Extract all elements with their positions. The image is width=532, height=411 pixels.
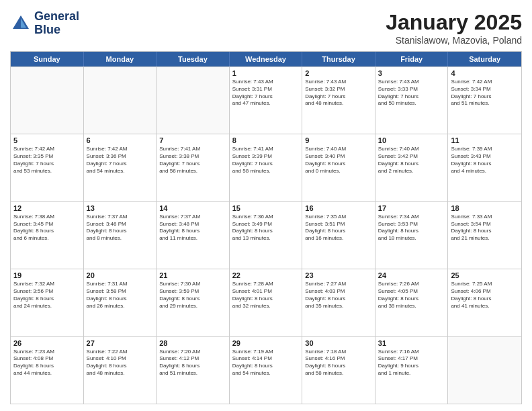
day-cell-25: 25Sunrise: 7:25 AM Sunset: 4:06 PM Dayli… [448,269,521,336]
day-cell-18: 18Sunrise: 7:33 AM Sunset: 3:54 PM Dayli… [448,202,521,269]
day-number: 27 [87,339,154,347]
day-cell-23: 23Sunrise: 7:27 AM Sunset: 4:03 PM Dayli… [302,269,375,336]
day-cell-22: 22Sunrise: 7:28 AM Sunset: 4:01 PM Dayli… [230,269,303,336]
day-cell-10: 10Sunrise: 7:40 AM Sunset: 3:42 PM Dayli… [375,134,449,201]
week-row-2: 5Sunrise: 7:42 AM Sunset: 3:35 PM Daylig… [11,134,521,201]
week-row-5: 26Sunrise: 7:23 AM Sunset: 4:08 PM Dayli… [11,336,521,404]
day-number: 3 [378,69,445,77]
logo-line1: General [34,10,79,24]
day-cell-11: 11Sunrise: 7:39 AM Sunset: 3:43 PM Dayli… [448,134,521,201]
logo-text: General Blue [34,10,79,37]
day-content: Sunrise: 7:42 AM Sunset: 3:34 PM Dayligh… [451,79,519,107]
day-content: Sunrise: 7:37 AM Sunset: 3:46 PM Dayligh… [87,214,154,242]
day-number: 9 [305,136,372,144]
day-cell-1: 1Sunrise: 7:43 AM Sunset: 3:31 PM Daylig… [230,67,303,134]
day-cell-27: 27Sunrise: 7:22 AM Sunset: 4:10 PM Dayli… [84,337,157,404]
day-cell-31: 31Sunrise: 7:16 AM Sunset: 4:17 PM Dayli… [375,337,449,404]
day-content: Sunrise: 7:28 AM Sunset: 4:01 PM Dayligh… [232,281,300,310]
day-number: 23 [305,271,372,279]
day-number: 13 [87,204,154,212]
week-row-4: 19Sunrise: 7:32 AM Sunset: 3:56 PM Dayli… [11,269,521,336]
day-cell-15: 15Sunrise: 7:36 AM Sunset: 3:49 PM Dayli… [230,202,303,269]
day-content: Sunrise: 7:41 AM Sunset: 3:38 PM Dayligh… [159,146,226,175]
day-number: 17 [378,204,445,212]
empty-cell [84,67,157,134]
day-content: Sunrise: 7:25 AM Sunset: 4:06 PM Dayligh… [451,281,519,310]
day-content: Sunrise: 7:26 AM Sunset: 4:05 PM Dayligh… [378,281,445,310]
day-content: Sunrise: 7:37 AM Sunset: 3:48 PM Dayligh… [159,214,226,242]
day-content: Sunrise: 7:43 AM Sunset: 3:31 PM Dayligh… [232,79,300,107]
day-content: Sunrise: 7:39 AM Sunset: 3:43 PM Dayligh… [451,146,519,175]
day-number: 1 [232,69,300,77]
empty-cell [448,337,521,404]
day-content: Sunrise: 7:43 AM Sunset: 3:33 PM Dayligh… [378,79,445,107]
day-number: 31 [378,339,445,347]
month-title: January 2025 [386,10,522,35]
day-number: 29 [232,339,300,347]
day-number: 8 [232,136,300,144]
day-number: 20 [87,271,154,279]
calendar: SundayMondayTuesdayWednesdayThursdayFrid… [10,51,522,404]
day-cell-16: 16Sunrise: 7:35 AM Sunset: 3:51 PM Dayli… [302,202,375,269]
day-number: 5 [13,136,81,144]
day-number: 19 [13,271,81,279]
day-content: Sunrise: 7:40 AM Sunset: 3:40 PM Dayligh… [305,146,372,175]
day-number: 21 [159,271,226,279]
day-cell-21: 21Sunrise: 7:30 AM Sunset: 3:59 PM Dayli… [157,269,230,336]
day-number: 24 [378,271,445,279]
title-block: January 2025 Stanislawow, Mazovia, Polan… [386,10,522,46]
logo: General Blue [10,10,79,37]
day-cell-7: 7Sunrise: 7:41 AM Sunset: 3:38 PM Daylig… [157,134,230,201]
day-header-thursday: Thursday [302,52,375,66]
day-number: 30 [305,339,372,347]
day-header-wednesday: Wednesday [230,52,303,66]
header: General Blue January 2025 Stanislawow, M… [10,10,522,46]
week-row-3: 12Sunrise: 7:38 AM Sunset: 3:45 PM Dayli… [11,201,521,269]
day-content: Sunrise: 7:27 AM Sunset: 4:03 PM Dayligh… [305,281,372,310]
day-header-monday: Monday [84,52,157,66]
day-header-saturday: Saturday [448,52,521,66]
day-cell-14: 14Sunrise: 7:37 AM Sunset: 3:48 PM Dayli… [157,202,230,269]
empty-cell [157,67,230,134]
day-cell-4: 4Sunrise: 7:42 AM Sunset: 3:34 PM Daylig… [448,67,521,134]
day-header-sunday: Sunday [11,52,84,66]
calendar-header: SundayMondayTuesdayWednesdayThursdayFrid… [11,52,521,66]
day-cell-13: 13Sunrise: 7:37 AM Sunset: 3:46 PM Dayli… [84,202,157,269]
day-content: Sunrise: 7:16 AM Sunset: 4:17 PM Dayligh… [378,349,445,377]
day-cell-28: 28Sunrise: 7:20 AM Sunset: 4:12 PM Dayli… [157,337,230,404]
day-number: 2 [305,69,372,77]
day-number: 25 [451,271,519,279]
day-cell-3: 3Sunrise: 7:43 AM Sunset: 3:33 PM Daylig… [375,67,449,134]
day-number: 18 [451,204,519,212]
day-cell-8: 8Sunrise: 7:41 AM Sunset: 3:39 PM Daylig… [230,134,303,201]
day-number: 15 [232,204,300,212]
day-content: Sunrise: 7:30 AM Sunset: 3:59 PM Dayligh… [159,281,226,310]
week-row-1: 1Sunrise: 7:43 AM Sunset: 3:31 PM Daylig… [11,66,521,134]
day-number: 10 [378,136,445,144]
day-content: Sunrise: 7:32 AM Sunset: 3:56 PM Dayligh… [13,281,81,310]
day-content: Sunrise: 7:19 AM Sunset: 4:14 PM Dayligh… [232,349,300,377]
logo-icon [10,13,32,34]
day-number: 6 [87,136,154,144]
day-cell-29: 29Sunrise: 7:19 AM Sunset: 4:14 PM Dayli… [230,337,303,404]
day-content: Sunrise: 7:22 AM Sunset: 4:10 PM Dayligh… [87,349,154,377]
calendar-body: 1Sunrise: 7:43 AM Sunset: 3:31 PM Daylig… [11,66,521,404]
day-content: Sunrise: 7:43 AM Sunset: 3:32 PM Dayligh… [305,79,372,107]
day-header-tuesday: Tuesday [157,52,230,66]
day-number: 7 [159,136,226,144]
location-title: Stanislawow, Mazovia, Poland [386,35,522,46]
day-content: Sunrise: 7:18 AM Sunset: 4:16 PM Dayligh… [305,349,372,377]
day-cell-6: 6Sunrise: 7:42 AM Sunset: 3:36 PM Daylig… [84,134,157,201]
day-cell-24: 24Sunrise: 7:26 AM Sunset: 4:05 PM Dayli… [375,269,449,336]
day-number: 28 [159,339,226,347]
day-cell-5: 5Sunrise: 7:42 AM Sunset: 3:35 PM Daylig… [11,134,84,201]
day-number: 14 [159,204,226,212]
day-number: 16 [305,204,372,212]
day-header-friday: Friday [375,52,449,66]
day-cell-20: 20Sunrise: 7:31 AM Sunset: 3:58 PM Dayli… [84,269,157,336]
day-cell-30: 30Sunrise: 7:18 AM Sunset: 4:16 PM Dayli… [302,337,375,404]
day-cell-12: 12Sunrise: 7:38 AM Sunset: 3:45 PM Dayli… [11,202,84,269]
empty-cell [11,67,84,134]
day-number: 22 [232,271,300,279]
day-cell-17: 17Sunrise: 7:34 AM Sunset: 3:53 PM Dayli… [375,202,449,269]
